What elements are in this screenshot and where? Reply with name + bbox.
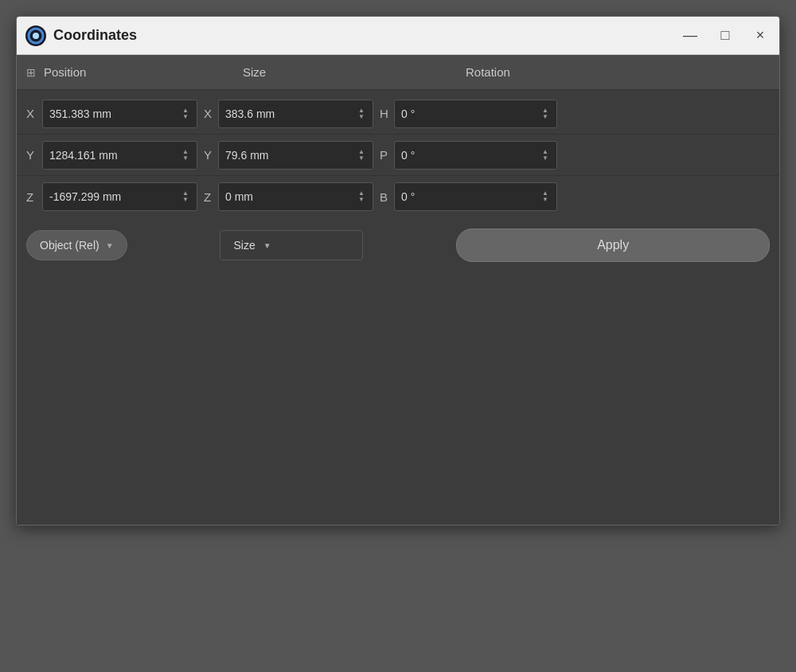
rot-h-down[interactable]: ▼ <box>540 114 550 120</box>
pos-x-input[interactable]: 351.383 mm ▲ ▼ <box>42 100 197 128</box>
minimize-button[interactable]: — <box>679 25 701 47</box>
header-size: Size <box>243 65 466 79</box>
pos-y-down[interactable]: ▼ <box>181 155 190 162</box>
pos-z-input[interactable]: -1697.299 mm ▲ ▼ <box>42 182 197 211</box>
close-button[interactable]: × <box>749 25 771 47</box>
size-z-spinner[interactable]: ▲ ▼ <box>357 190 366 203</box>
size-z-group: 0 mm ▲ ▼ <box>218 182 373 211</box>
cinema4d-icon <box>25 25 47 47</box>
pos-x-spinner[interactable]: ▲ ▼ <box>181 107 190 120</box>
empty-area <box>17 270 779 525</box>
size-y-input[interactable]: 79.6 mm ▲ ▼ <box>218 141 373 170</box>
rot-b-label: B <box>380 190 394 204</box>
pos-x-group: 351.383 mm ▲ ▼ <box>42 100 197 128</box>
rot-p-value: 0 ° <box>401 149 537 162</box>
rot-p-down[interactable]: ▼ <box>540 155 550 162</box>
pos-x-label: X <box>26 107 42 120</box>
size-y-spinner[interactable]: ▲ ▼ <box>357 149 366 162</box>
pos-x-value: 351.383 mm <box>49 107 178 120</box>
pos-y-group: 1284.161 mm ▲ ▼ <box>42 141 197 170</box>
size-x-input[interactable]: 383.6 mm ▲ ▼ <box>218 100 373 128</box>
pos-y-input[interactable]: 1284.161 mm ▲ ▼ <box>42 141 197 170</box>
controls-row: Object (Rel) ▼ Size ▼ Apply <box>17 221 779 270</box>
size-dropdown-label: Size <box>233 239 255 252</box>
size-y-value: 79.6 mm <box>225 149 353 162</box>
pos-z-down[interactable]: ▼ <box>181 197 190 203</box>
pos-y-label: Y <box>26 148 42 162</box>
size-x-spinner[interactable]: ▲ ▼ <box>357 107 366 120</box>
rot-b-input[interactable]: 0 ° ▲ ▼ <box>394 182 557 211</box>
rot-b-spinner[interactable]: ▲ ▼ <box>540 190 550 203</box>
size-dropdown-arrow: ▼ <box>263 241 271 250</box>
object-rel-label: Object (Rel) <box>40 239 100 252</box>
header-position: Position <box>44 65 243 79</box>
size-z-value: 0 mm <box>225 190 353 203</box>
rot-b-value: 0 ° <box>401 190 537 203</box>
object-rel-arrow: ▼ <box>106 241 114 250</box>
rot-b-group: 0 ° ▲ ▼ <box>394 182 557 211</box>
size-y-label: Y <box>204 148 218 162</box>
rot-p-spinner[interactable]: ▲ ▼ <box>540 149 550 162</box>
pos-z-value: -1697.299 mm <box>49 190 178 203</box>
pos-z-label: Z <box>26 190 42 204</box>
rot-h-value: 0 ° <box>401 107 537 120</box>
rot-h-label: H <box>380 107 394 120</box>
row-z: Z -1697.299 mm ▲ ▼ Z 0 mm ▲ ▼ <box>17 176 779 217</box>
rot-h-group: 0 ° ▲ ▼ <box>394 100 557 128</box>
rot-h-spinner[interactable]: ▲ ▼ <box>540 107 550 120</box>
pos-z-spinner[interactable]: ▲ ▼ <box>181 190 190 203</box>
header-rotation: Rotation <box>466 65 770 79</box>
rot-b-down[interactable]: ▼ <box>540 197 550 203</box>
pos-y-value: 1284.161 mm <box>49 149 178 162</box>
size-z-input[interactable]: 0 mm ▲ ▼ <box>218 182 373 211</box>
size-x-label: X <box>204 107 218 120</box>
size-x-group: 383.6 mm ▲ ▼ <box>218 100 373 128</box>
coordinate-rows: X 351.383 mm ▲ ▼ X 383.6 mm ▲ ▼ <box>17 90 779 221</box>
coordinates-window: Coordinates — □ × ⊞ Position Size Rotati… <box>16 16 780 525</box>
window-controls: — □ × <box>679 25 771 47</box>
rot-p-group: 0 ° ▲ ▼ <box>394 141 557 170</box>
size-x-down[interactable]: ▼ <box>357 114 366 120</box>
row-x: X 351.383 mm ▲ ▼ X 383.6 mm ▲ ▼ <box>17 93 779 135</box>
svg-point-2 <box>33 33 39 39</box>
size-z-down[interactable]: ▼ <box>357 197 366 203</box>
maximize-button[interactable]: □ <box>714 25 736 47</box>
size-x-value: 383.6 mm <box>225 107 353 120</box>
apply-button[interactable]: Apply <box>456 229 770 262</box>
rot-h-input[interactable]: 0 ° ▲ ▼ <box>394 100 557 128</box>
pos-x-down[interactable]: ▼ <box>181 114 190 120</box>
grid-icon: ⊞ <box>26 66 36 79</box>
pos-z-group: -1697.299 mm ▲ ▼ <box>42 182 197 211</box>
object-rel-dropdown[interactable]: Object (Rel) ▼ <box>26 230 127 260</box>
rot-p-input[interactable]: 0 ° ▲ ▼ <box>394 141 557 170</box>
size-y-down[interactable]: ▼ <box>357 155 366 162</box>
pos-y-spinner[interactable]: ▲ ▼ <box>181 149 190 162</box>
size-dropdown[interactable]: Size ▼ <box>220 230 363 260</box>
row-y: Y 1284.161 mm ▲ ▼ Y 79.6 mm ▲ ▼ <box>17 135 779 176</box>
title-bar: Coordinates — □ × <box>17 17 779 55</box>
rot-p-label: P <box>380 148 394 162</box>
window-title: Coordinates <box>53 27 679 44</box>
size-y-group: 79.6 mm ▲ ▼ <box>218 141 373 170</box>
column-headers: ⊞ Position Size Rotation <box>17 55 779 90</box>
size-z-label: Z <box>204 190 218 204</box>
